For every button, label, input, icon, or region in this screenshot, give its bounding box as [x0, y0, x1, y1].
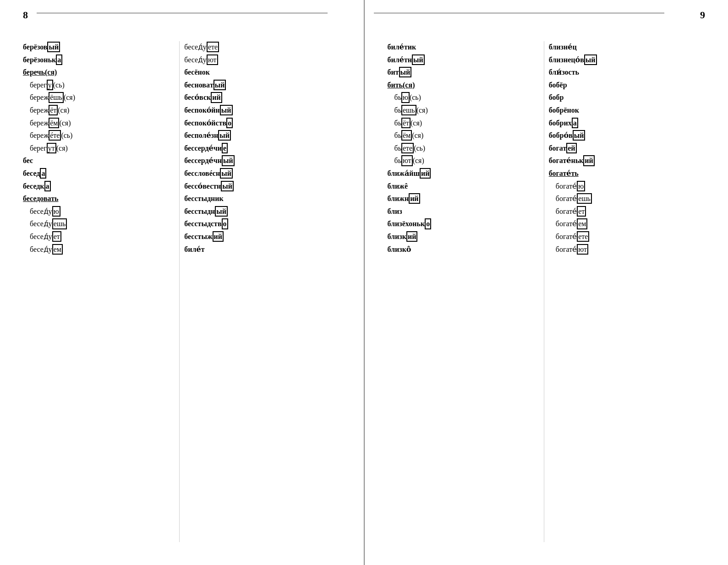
entry-bobr: бобр — [549, 92, 701, 103]
column-2: бесед́уете бесед́уют бесёнок бесновaтый … — [184, 41, 340, 542]
entry-beregut: берегут(ся) — [23, 142, 175, 154]
entry-besenok: бесёнок — [184, 66, 336, 78]
entry-berejet: бережёт(ся) — [23, 104, 175, 116]
entry-besslovesny: бессловéсный — [184, 168, 336, 179]
entry-beseduem: бесед́уем — [23, 244, 175, 255]
column-1: берёзовый берёзонька беречь(ся) берегу(с… — [23, 41, 180, 542]
entry-byet: бьёт(ся) — [388, 117, 539, 129]
entry-bit: бить(ся) — [388, 79, 539, 91]
page-right: 9 биле́тик биле́тный битый бить( — [365, 0, 728, 565]
entry-besedka: беседка — [23, 180, 175, 192]
entry-bogatet: богате́ть — [549, 168, 701, 179]
entry-bogateem: богате́ем — [549, 218, 701, 230]
entry-beregu: берегу(сь) — [23, 79, 175, 91]
entry-berezonka: берёзонька — [23, 54, 175, 66]
page-number-right: 9 — [700, 9, 705, 21]
book-spread: 8 берёзовый берёзонька беречь(ся) — [0, 0, 728, 565]
entry-beseduyete: бесед́уете — [184, 41, 336, 53]
entry-bogateyete: богате́ете — [549, 231, 701, 243]
entry-besovsk: бесо́вский — [184, 92, 336, 103]
entry-bliznetsovy: близнецо́вый — [549, 54, 701, 66]
entry-besedovat: беседовать — [23, 193, 175, 205]
entry-blizko: близко̂ — [388, 244, 539, 255]
entry-besstydn: бесстыдный — [184, 206, 336, 217]
column-4: близне́ц близнецо́вый бли́зость бобёр бо… — [549, 41, 705, 542]
right-columns: биле́тик биле́тный битый бить(ся) бью(сь… — [388, 41, 706, 542]
entry-beseduyut: бесед́уют — [184, 54, 336, 66]
entry-biletny: биле́тный — [388, 54, 539, 66]
entry-byut: бьют(ся) — [388, 155, 539, 167]
entry-berejem: бережём(ся) — [23, 117, 175, 129]
page-number-left: 8 — [23, 9, 28, 21]
entry-byu: бью(сь) — [388, 92, 539, 103]
entry-blizost: бли́зость — [549, 66, 701, 78]
entry-blizhny: ближний — [388, 193, 539, 205]
page-left: 8 берёзовый берёзонька беречь(ся) — [0, 0, 365, 565]
entry-bogateet: богате́ет — [549, 206, 701, 217]
entry-berech: беречь(ся) — [23, 66, 175, 78]
entry-besserdechie: бессерде́чие — [184, 142, 336, 154]
page-line-left — [37, 13, 328, 13]
entry-biletik: биле́тик — [388, 41, 539, 53]
entry-bes: бес — [23, 155, 175, 167]
entry-bobrovy: бобро́вый — [549, 130, 701, 141]
entry-beseduesh: бесед́уешь — [23, 218, 175, 230]
entry-bespokoystvo: беспоко́йство — [184, 117, 336, 129]
page-line-right — [374, 13, 665, 13]
entry-bliz: близ — [388, 206, 539, 217]
entry-berejesh: бережёшь(ся) — [23, 92, 175, 103]
entry-bogatenkiy: богате́нький — [549, 155, 701, 167]
column-3: биле́тик биле́тный битый бить(ся) бью(сь… — [388, 41, 544, 542]
entry-besserdechny: бессерде́чный — [184, 155, 336, 167]
left-columns: берёзовый берёзонька беречь(ся) берегу(с… — [23, 41, 341, 542]
entry-blizekhonko: близёхонько — [388, 218, 539, 230]
entry-blizky: близкий — [388, 231, 539, 243]
entry-bespokoiny: беспоко́йный — [184, 104, 336, 116]
entry-besstynik: бесстыдник — [184, 193, 336, 205]
entry-bogateyyu: богате́ю — [549, 180, 701, 192]
entry-beseduyu: бесед́ую — [23, 206, 175, 217]
entry-byem: бьём(ся) — [388, 130, 539, 141]
entry-bespolezny: бесполе́зный — [184, 130, 336, 141]
entry-bogatey: богатей — [549, 142, 701, 154]
entry-bessovesty: бессо́вестный — [184, 180, 336, 192]
entry-bity: битый — [388, 66, 539, 78]
entry-beseduet: бесед́ует — [23, 231, 175, 243]
entry-beseda: беседа — [23, 168, 175, 179]
entry-bobrenok: бобрёнок — [549, 104, 701, 116]
entry-byete: бьете(сь) — [388, 142, 539, 154]
entry-blizhaysh: ближа́йший — [388, 168, 539, 179]
entry-bobrikha: бобриха — [549, 117, 701, 129]
entry-bober: бобёр — [549, 79, 701, 91]
entry-besstystvo: бесстыдство — [184, 218, 336, 230]
entry-berezovy: берёзовый — [23, 41, 175, 53]
entry-bogateyut: богате́ют — [549, 244, 701, 255]
entry-besnovat: бесновaтый — [184, 79, 336, 91]
entry-byesh: бьешь(ся) — [388, 104, 539, 116]
entry-besstyzh: бесстыжий — [184, 231, 336, 243]
entry-bilet: биле́т — [184, 244, 336, 255]
entry-bogateesh: богате́ешь — [549, 193, 701, 205]
entry-blizhe: ближê — [388, 180, 539, 192]
entry-bliznets: близне́ц — [549, 41, 701, 53]
entry-berejete: бережéте(сь) — [23, 130, 175, 141]
